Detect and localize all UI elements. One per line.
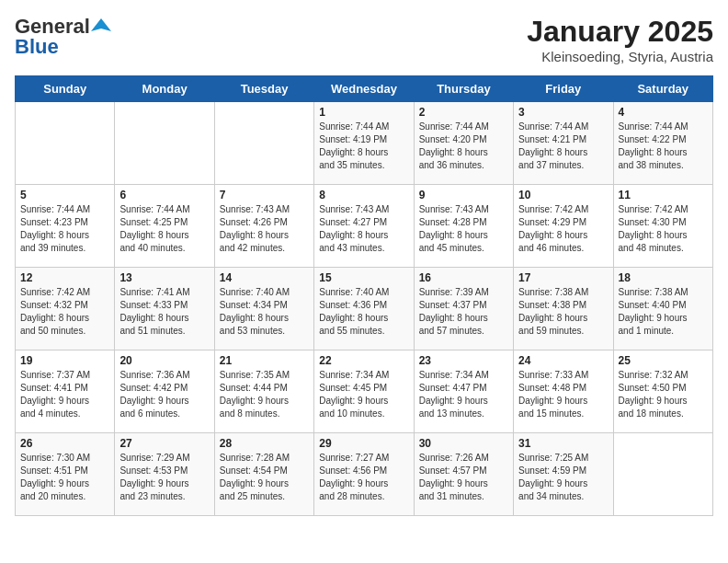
weekday-header-saturday: Saturday — [613, 76, 712, 102]
day-content: Sunrise: 7:27 AM Sunset: 4:56 PM Dayligh… — [319, 452, 408, 503]
day-number: 1 — [319, 106, 408, 119]
weekday-header-friday: Friday — [514, 76, 613, 102]
calendar-cell: 14Sunrise: 7:40 AM Sunset: 4:34 PM Dayli… — [214, 268, 313, 350]
day-content: Sunrise: 7:44 AM Sunset: 4:25 PM Dayligh… — [119, 203, 209, 255]
day-content: Sunrise: 7:39 AM Sunset: 4:37 PM Dayligh… — [419, 286, 508, 338]
calendar-week-4: 19Sunrise: 7:37 AM Sunset: 4:41 PM Dayli… — [16, 350, 713, 433]
calendar-cell: 9Sunrise: 7:43 AM Sunset: 4:28 PM Daylig… — [414, 185, 513, 268]
calendar-cell: 18Sunrise: 7:38 AM Sunset: 4:40 PM Dayli… — [613, 268, 712, 350]
day-number: 19 — [20, 354, 109, 367]
day-number: 21 — [220, 354, 309, 367]
calendar-cell — [115, 102, 214, 185]
weekday-header-tuesday: Tuesday — [214, 76, 313, 102]
day-content: Sunrise: 7:42 AM Sunset: 4:32 PM Dayligh… — [20, 286, 109, 338]
day-content: Sunrise: 7:32 AM Sunset: 4:50 PM Dayligh… — [619, 369, 708, 420]
logo-blue-text: Blue — [15, 35, 59, 59]
svg-marker-0 — [91, 18, 111, 31]
day-number: 20 — [119, 354, 209, 367]
calendar-cell: 10Sunrise: 7:42 AM Sunset: 4:29 PM Dayli… — [514, 185, 613, 268]
day-number: 29 — [319, 437, 408, 450]
day-content: Sunrise: 7:43 AM Sunset: 4:26 PM Dayligh… — [220, 203, 309, 255]
calendar-cell: 17Sunrise: 7:38 AM Sunset: 4:38 PM Dayli… — [514, 268, 613, 350]
calendar-week-5: 26Sunrise: 7:30 AM Sunset: 4:51 PM Dayli… — [16, 433, 713, 516]
calendar-cell: 13Sunrise: 7:41 AM Sunset: 4:33 PM Dayli… — [115, 268, 214, 350]
weekday-header-wednesday: Wednesday — [314, 76, 414, 102]
calendar-cell: 1Sunrise: 7:44 AM Sunset: 4:19 PM Daylig… — [314, 102, 414, 185]
day-content: Sunrise: 7:42 AM Sunset: 4:30 PM Dayligh… — [619, 203, 708, 255]
weekday-header-thursday: Thursday — [414, 76, 513, 102]
day-content: Sunrise: 7:42 AM Sunset: 4:29 PM Dayligh… — [518, 203, 608, 255]
day-content: Sunrise: 7:40 AM Sunset: 4:36 PM Dayligh… — [319, 286, 408, 338]
calendar-cell: 12Sunrise: 7:42 AM Sunset: 4:32 PM Dayli… — [16, 268, 115, 350]
logo: General Blue — [15, 15, 111, 59]
calendar-cell: 11Sunrise: 7:42 AM Sunset: 4:30 PM Dayli… — [613, 185, 712, 268]
day-number: 2 — [419, 106, 508, 119]
day-content: Sunrise: 7:40 AM Sunset: 4:34 PM Dayligh… — [220, 286, 309, 338]
day-content: Sunrise: 7:44 AM Sunset: 4:23 PM Dayligh… — [20, 203, 109, 255]
day-number: 5 — [20, 189, 109, 201]
day-number: 23 — [419, 354, 508, 367]
day-number: 24 — [518, 354, 608, 367]
calendar-cell: 27Sunrise: 7:29 AM Sunset: 4:53 PM Dayli… — [115, 433, 214, 516]
weekday-header-monday: Monday — [115, 76, 214, 102]
day-content: Sunrise: 7:38 AM Sunset: 4:38 PM Dayligh… — [518, 286, 608, 338]
day-content: Sunrise: 7:35 AM Sunset: 4:44 PM Dayligh… — [220, 369, 309, 420]
calendar-cell: 21Sunrise: 7:35 AM Sunset: 4:44 PM Dayli… — [214, 350, 313, 433]
calendar-week-1: 1Sunrise: 7:44 AM Sunset: 4:19 PM Daylig… — [16, 102, 713, 185]
day-content: Sunrise: 7:36 AM Sunset: 4:42 PM Dayligh… — [119, 369, 209, 420]
calendar-cell: 22Sunrise: 7:34 AM Sunset: 4:45 PM Dayli… — [314, 350, 414, 433]
day-number: 9 — [419, 189, 508, 201]
day-number: 18 — [619, 271, 708, 284]
day-number: 28 — [220, 437, 309, 450]
day-number: 11 — [619, 189, 708, 201]
calendar-cell: 4Sunrise: 7:44 AM Sunset: 4:22 PM Daylig… — [613, 102, 712, 185]
day-content: Sunrise: 7:44 AM Sunset: 4:19 PM Dayligh… — [319, 121, 408, 172]
calendar-cell: 5Sunrise: 7:44 AM Sunset: 4:23 PM Daylig… — [16, 185, 115, 268]
page-header: General Blue January 2025 Kleinsoeding, … — [15, 15, 713, 64]
day-content: Sunrise: 7:38 AM Sunset: 4:40 PM Dayligh… — [619, 286, 708, 338]
day-content: Sunrise: 7:37 AM Sunset: 4:41 PM Dayligh… — [20, 369, 109, 420]
calendar-cell: 20Sunrise: 7:36 AM Sunset: 4:42 PM Dayli… — [115, 350, 214, 433]
day-number: 7 — [220, 189, 309, 201]
day-content: Sunrise: 7:34 AM Sunset: 4:45 PM Dayligh… — [319, 369, 408, 420]
calendar-cell: 2Sunrise: 7:44 AM Sunset: 4:20 PM Daylig… — [414, 102, 513, 185]
calendar-cell: 23Sunrise: 7:34 AM Sunset: 4:47 PM Dayli… — [414, 350, 513, 433]
calendar-cell — [613, 433, 712, 516]
day-number: 13 — [119, 271, 209, 284]
calendar-cell: 15Sunrise: 7:40 AM Sunset: 4:36 PM Dayli… — [314, 268, 414, 350]
calendar-subtitle: Kleinsoeding, Styria, Austria — [527, 49, 713, 64]
day-content: Sunrise: 7:26 AM Sunset: 4:57 PM Dayligh… — [419, 452, 508, 503]
day-content: Sunrise: 7:30 AM Sunset: 4:51 PM Dayligh… — [20, 452, 109, 503]
calendar-cell — [16, 102, 115, 185]
day-number: 10 — [518, 189, 608, 201]
day-number: 4 — [619, 106, 708, 119]
calendar-header: SundayMondayTuesdayWednesdayThursdayFrid… — [16, 76, 713, 102]
day-content: Sunrise: 7:43 AM Sunset: 4:27 PM Dayligh… — [319, 203, 408, 255]
day-number: 3 — [518, 106, 608, 119]
day-number: 17 — [518, 271, 608, 284]
weekday-header-sunday: Sunday — [16, 76, 115, 102]
day-content: Sunrise: 7:28 AM Sunset: 4:54 PM Dayligh… — [220, 452, 309, 503]
day-number: 14 — [220, 271, 309, 284]
calendar-cell: 8Sunrise: 7:43 AM Sunset: 4:27 PM Daylig… — [314, 185, 414, 268]
day-content: Sunrise: 7:44 AM Sunset: 4:22 PM Dayligh… — [619, 121, 708, 172]
weekday-header-row: SundayMondayTuesdayWednesdayThursdayFrid… — [16, 76, 713, 102]
calendar-week-3: 12Sunrise: 7:42 AM Sunset: 4:32 PM Dayli… — [16, 268, 713, 350]
calendar-cell: 24Sunrise: 7:33 AM Sunset: 4:48 PM Dayli… — [514, 350, 613, 433]
day-number: 27 — [119, 437, 209, 450]
day-number: 31 — [518, 437, 608, 450]
calendar-table: SundayMondayTuesdayWednesdayThursdayFrid… — [15, 75, 713, 516]
calendar-cell: 30Sunrise: 7:26 AM Sunset: 4:57 PM Dayli… — [414, 433, 513, 516]
calendar-cell: 28Sunrise: 7:28 AM Sunset: 4:54 PM Dayli… — [214, 433, 313, 516]
day-content: Sunrise: 7:43 AM Sunset: 4:28 PM Dayligh… — [419, 203, 508, 255]
day-content: Sunrise: 7:44 AM Sunset: 4:21 PM Dayligh… — [518, 121, 608, 172]
day-content: Sunrise: 7:33 AM Sunset: 4:48 PM Dayligh… — [518, 369, 608, 420]
calendar-cell — [214, 102, 313, 185]
day-content: Sunrise: 7:41 AM Sunset: 4:33 PM Dayligh… — [119, 286, 209, 338]
day-content: Sunrise: 7:29 AM Sunset: 4:53 PM Dayligh… — [119, 452, 209, 503]
calendar-cell: 25Sunrise: 7:32 AM Sunset: 4:50 PM Dayli… — [613, 350, 712, 433]
day-number: 6 — [119, 189, 209, 201]
calendar-cell: 19Sunrise: 7:37 AM Sunset: 4:41 PM Dayli… — [16, 350, 115, 433]
calendar-cell: 29Sunrise: 7:27 AM Sunset: 4:56 PM Dayli… — [314, 433, 414, 516]
day-number: 30 — [419, 437, 508, 450]
